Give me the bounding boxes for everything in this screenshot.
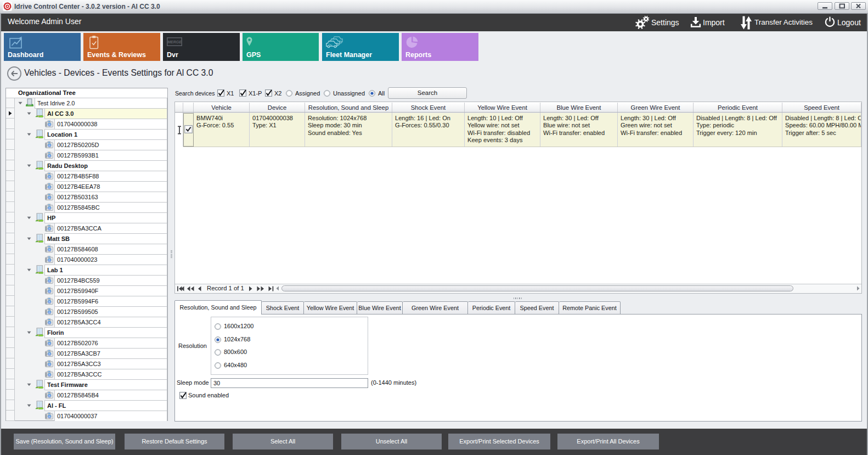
svg-text:MERGE: MERGE (167, 40, 182, 44)
